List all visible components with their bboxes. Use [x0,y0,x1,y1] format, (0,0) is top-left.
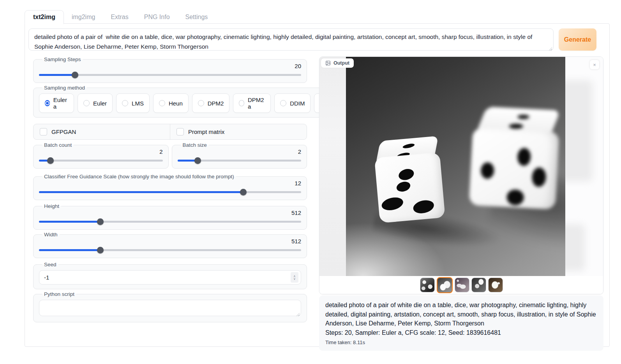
prompt-wrap: detailed photo of a pair of white die on… [28,28,554,52]
height-value: 512 [39,209,301,217]
radio-dpm2[interactable]: DPM2 [192,93,230,113]
batch-size-value: 2 [178,148,302,156]
sampling-steps-value: 20 [39,63,301,70]
sampling-method-label: Sampling method [42,85,87,91]
radio-euler-a[interactable]: Euler a [39,93,74,113]
slider-track[interactable] [39,221,301,223]
radio-euler[interactable]: Euler [78,93,113,113]
cfg-scale-group: Classifier Free Guidance Scale (how stro… [33,174,307,200]
slider-track[interactable] [39,249,301,251]
batch-size-group: Batch size 2 [172,142,307,169]
slider-thumb[interactable] [97,247,104,253]
seed-stepper[interactable]: ∧ ∨ [291,272,298,283]
preview-left-strip [319,57,346,276]
slider-thumb[interactable] [97,218,104,225]
settings-column: Sampling Steps 20 Sampling method [33,56,307,351]
height-group: Height 512 [33,203,307,230]
close-gallery-button[interactable]: × [590,60,599,69]
batch-count-slider[interactable] [39,157,163,164]
tab-bar: txt2img img2img Extras PNG Info Settings [25,10,215,24]
tab-extras[interactable]: Extras [103,11,136,24]
radio-lms[interactable]: LMS [116,93,150,113]
height-slider[interactable] [39,218,301,225]
python-script-wrap [39,300,301,318]
batch-count-group: Batch count 2 [33,142,169,169]
python-script-label: Python script [42,291,76,297]
caption-time: Time taken: 8.11s [325,339,597,345]
radio-icon [83,100,90,106]
caption-params: Steps: 20, Sampler: Euler a, CFG scale: … [325,328,597,338]
sampling-steps-group: Sampling Steps 20 [33,56,307,83]
gfpgan-checkbox[interactable] [40,128,47,135]
die-left [373,136,447,223]
stepper-down-icon[interactable]: ∨ [293,278,296,280]
cfg-scale-slider[interactable] [39,188,301,195]
python-script-group: Python script [33,291,307,322]
prompt-input[interactable]: detailed photo of a pair of white die on… [28,28,554,51]
slider-thumb[interactable] [47,157,54,164]
seed-group: Seed ∧ ∨ [33,262,307,289]
slider-track[interactable] [39,74,301,76]
cfg-scale-value: 12 [39,180,301,187]
app-root: txt2img img2img Extras PNG Info Settings… [0,0,621,364]
caption-prompt: detailed photo of a pair of white die on… [325,301,597,328]
radio-heun[interactable]: Heun [153,93,189,113]
slider-thumb[interactable] [240,189,247,195]
slider-track[interactable] [39,191,301,193]
thumbnail-4[interactable] [471,278,486,292]
gallery-preview [319,57,603,276]
slider-track[interactable] [39,160,163,162]
radio-dpm2-a[interactable]: DPM2 a [233,93,271,113]
batch-size-label: Batch size [181,142,209,148]
sampling-steps-label: Sampling Steps [42,56,83,62]
gfpgan-option[interactable]: GFPGAN [34,124,170,139]
thumbnail-1[interactable] [420,278,435,292]
output-label: Output [321,58,354,68]
prompt-matrix-checkbox[interactable] [176,128,184,135]
generation-info: detailed photo of a pair of white die on… [319,295,603,351]
generated-image[interactable] [346,57,565,276]
radio-icon [159,100,165,106]
output-column: Output × [319,56,603,351]
preview-right-strip [565,57,603,276]
thumbnail-2[interactable] [437,277,453,293]
slider-fill [39,74,75,76]
toggles-row: GFPGAN Prompt matrix [33,124,307,140]
txt2img-panel: detailed photo of a pair of white die on… [25,23,610,347]
die-right [469,106,564,210]
tab-png-info[interactable]: PNG Info [136,11,178,24]
slider-thumb[interactable] [194,157,201,164]
radio-icon [280,100,286,106]
generate-button[interactable]: Generate [559,28,596,51]
batch-count-label: Batch count [42,142,74,148]
radio-icon [198,100,204,106]
thumbnail-3[interactable] [455,278,469,292]
width-label: Width [42,232,60,237]
batch-count-value: 2 [39,148,163,156]
radio-icon [239,100,244,106]
tab-img2img[interactable]: img2img [64,11,103,24]
radio-icon [122,100,128,106]
tab-txt2img[interactable]: txt2img [25,10,64,24]
slider-track[interactable] [178,160,302,162]
sampling-steps-slider[interactable] [39,71,301,78]
seed-input-wrap: ∧ ∨ [39,270,301,285]
seed-label: Seed [42,262,58,267]
thumbnail-5[interactable] [488,278,503,292]
tab-settings[interactable]: Settings [178,11,216,24]
output-gallery: Output × [319,56,603,294]
prompt-matrix-option[interactable]: Prompt matrix [170,124,307,139]
sampling-method-group: Sampling method Euler a Euler LMS [33,85,357,118]
height-label: Height [42,203,61,209]
width-group: Width 512 [33,232,307,258]
slider-thumb[interactable] [72,72,78,78]
python-script-input[interactable] [39,300,301,316]
batch-size-slider[interactable] [178,157,302,164]
sampling-method-options: Euler a Euler LMS Heun [39,93,351,113]
slider-fill [39,191,243,193]
width-slider[interactable] [39,246,301,253]
slider-fill [39,221,100,223]
radio-ddim[interactable]: DDIM [274,93,310,113]
seed-input[interactable] [39,270,301,285]
radio-icon [45,100,50,106]
